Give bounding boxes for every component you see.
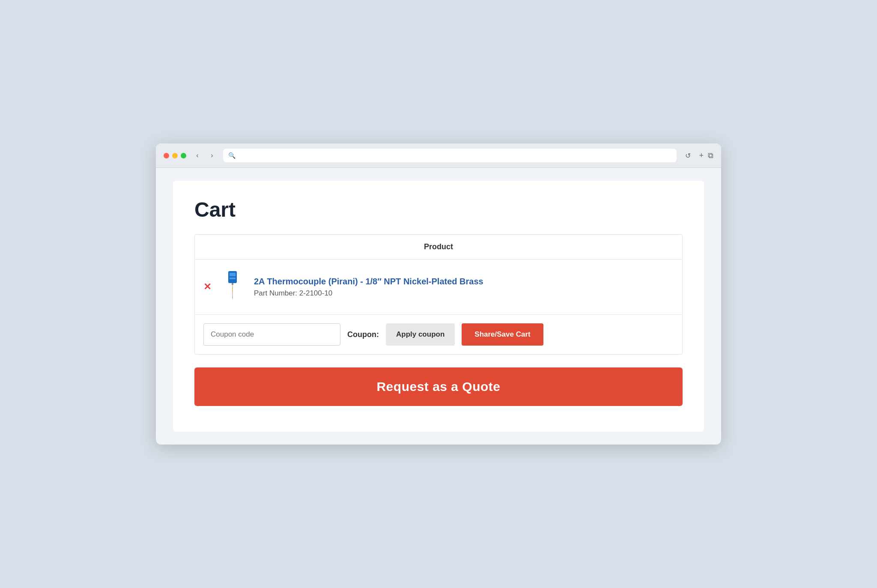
cart-table: Product ✕ xyxy=(194,234,683,355)
table-row: ✕ xyxy=(195,260,682,315)
request-quote-button[interactable]: Request as a Quote xyxy=(194,367,683,406)
reload-button[interactable]: ↺ xyxy=(682,149,694,161)
search-icon: 🔍 xyxy=(228,152,236,159)
svg-rect-1 xyxy=(230,273,236,276)
browser-chrome: ‹ › 🔍 ↺ + ⧉ xyxy=(156,143,721,168)
browser-actions: + ⧉ xyxy=(699,151,713,160)
minimize-button[interactable] xyxy=(172,153,178,158)
table-column-header: Product xyxy=(195,235,682,260)
nav-buttons: ‹ › xyxy=(191,149,218,161)
page-title: Cart xyxy=(194,198,683,221)
product-image-icon xyxy=(224,271,241,303)
browser-window: ‹ › 🔍 ↺ + ⧉ Cart Product ✕ xyxy=(156,143,721,445)
remove-item-button[interactable]: ✕ xyxy=(203,282,211,292)
svg-rect-6 xyxy=(232,287,233,289)
product-name: 2A Thermocouple (Pirani) - 1/8″ NPT Nick… xyxy=(254,277,674,287)
svg-rect-3 xyxy=(232,283,233,285)
product-info: 2A Thermocouple (Pirani) - 1/8″ NPT Nick… xyxy=(254,277,674,298)
back-button[interactable]: ‹ xyxy=(191,149,203,161)
new-tab-icon[interactable]: + xyxy=(699,151,704,160)
product-part-number: Part Number: 2-2100-10 xyxy=(254,289,674,298)
duplicate-tab-icon[interactable]: ⧉ xyxy=(708,151,713,160)
coupon-row: Coupon: Apply coupon Share/Save Cart xyxy=(195,315,682,354)
coupon-label: Coupon: xyxy=(347,330,379,339)
close-button[interactable] xyxy=(164,153,169,158)
apply-coupon-button[interactable]: Apply coupon xyxy=(386,323,455,346)
coupon-code-input[interactable] xyxy=(203,323,340,346)
maximize-button[interactable] xyxy=(181,153,186,158)
svg-rect-2 xyxy=(230,278,236,279)
svg-rect-7 xyxy=(232,290,233,292)
share-save-cart-button[interactable]: Share/Save Cart xyxy=(462,323,543,346)
product-image xyxy=(220,270,245,304)
svg-marker-5 xyxy=(232,297,233,300)
address-bar[interactable]: 🔍 xyxy=(223,149,677,162)
browser-content: Cart Product ✕ xyxy=(173,181,704,432)
traffic-lights xyxy=(164,153,186,158)
forward-button[interactable]: › xyxy=(206,149,218,161)
